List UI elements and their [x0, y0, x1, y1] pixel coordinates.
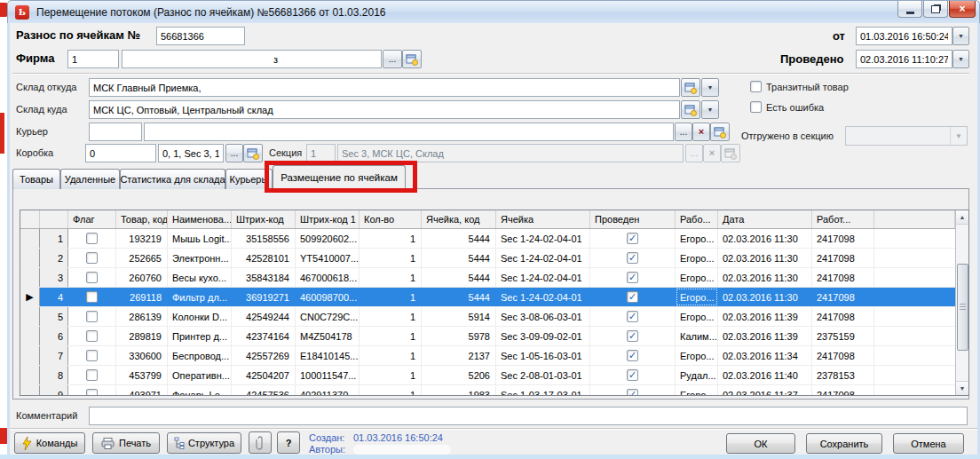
cell-cell[interactable]: Sec 1-03-17-03-01 [496, 385, 590, 395]
cell-barcode[interactable]: 42557269 [232, 346, 296, 365]
cell-worker-id[interactable]: 2417098 [812, 307, 874, 326]
attachments-button[interactable] [249, 431, 272, 454]
cell-qty[interactable]: 1 [360, 346, 422, 365]
cell-cell[interactable]: Sec 3-09-09-02-01 [496, 327, 590, 345]
flag-cell[interactable] [68, 307, 116, 326]
table-row[interactable]: 1 193219 Мышь Logit... 35158556 50992060… [20, 229, 955, 249]
posted-checkbox[interactable] [627, 311, 638, 322]
cell-qty[interactable]: 1 [360, 249, 422, 267]
cell-date[interactable]: 02.03.2016 11:37 [718, 385, 812, 395]
cell-cell-code[interactable]: 5914 [422, 307, 496, 326]
cell-item-code[interactable]: 289819 [116, 327, 168, 345]
cell-item-code[interactable]: 330600 [116, 346, 168, 365]
cell-item-code[interactable]: 286139 [116, 307, 168, 326]
cell-barcode[interactable]: 42528101 [232, 249, 296, 267]
header-date[interactable]: Дата [718, 210, 812, 228]
minimize-button[interactable] [897, 1, 922, 18]
tab-statistika[interactable]: Статистика для склада [120, 169, 225, 189]
cell-cell[interactable]: Sec 1-24-02-04-01 [496, 229, 590, 248]
flag-checkbox[interactable] [86, 350, 98, 361]
cell-cell[interactable]: Sec 3-08-06-03-01 [496, 307, 590, 326]
cell-worker-id[interactable]: 2417098 [812, 229, 874, 248]
warehouse-to-open-button[interactable] [681, 100, 700, 119]
header-worker-id[interactable]: Работ... [812, 210, 874, 228]
cell-barcode1[interactable]: CN0C729C... [296, 307, 360, 326]
cell-item-code[interactable]: 193219 [116, 229, 168, 248]
cell-barcode[interactable]: 35843184 [232, 268, 296, 287]
header-posted[interactable]: Проведен [590, 210, 676, 228]
posted-cell[interactable] [590, 268, 676, 287]
cell-barcode[interactable]: 42457536 [232, 385, 296, 395]
cell-barcode1[interactable]: E18410145... [296, 346, 360, 365]
table-row[interactable]: 7 330600 Беспровод... 42557269 E18410145… [20, 346, 955, 366]
cell-worker[interactable]: Егоро... [676, 249, 718, 267]
scrollbar-thumb[interactable] [957, 264, 968, 351]
header-barcode[interactable]: Штрих-код [232, 210, 296, 228]
cell-barcode1[interactable]: YT5410007... [296, 249, 360, 267]
flag-checkbox[interactable] [86, 272, 98, 283]
warehouse-to-dropdown-button[interactable]: ▼ [701, 100, 719, 119]
cell-barcode1[interactable]: 509920602... [296, 229, 360, 248]
table-row[interactable]: 9 493971 Фонарь Le... 42457536 402911370… [20, 385, 955, 395]
cell-qty[interactable]: 1 [360, 307, 422, 326]
cancel-button[interactable]: Отмена [893, 433, 964, 454]
table-row[interactable]: 6 289819 Принтер д... 42374164 M4Z504178… [20, 327, 955, 346]
help-button[interactable]: ? [277, 431, 300, 454]
cell-worker-id[interactable]: 2378153 [812, 366, 874, 384]
header-cell[interactable]: Ячейка [496, 210, 590, 228]
cell-qty[interactable]: 1 [360, 268, 422, 287]
box-value-input[interactable] [158, 144, 224, 162]
flag-cell[interactable] [68, 346, 116, 365]
posted-checkbox[interactable] [627, 369, 638, 381]
doc-number-input[interactable] [156, 27, 245, 45]
courier-open-button[interactable] [710, 123, 730, 141]
posted-cell[interactable] [590, 249, 676, 267]
tab-udalennye[interactable]: Удаленные [60, 169, 120, 189]
cell-cell-code[interactable]: 5444 [422, 229, 496, 248]
posted-cell[interactable] [590, 327, 676, 345]
cell-barcode1[interactable]: 467000618... [296, 268, 360, 287]
flag-checkbox[interactable] [86, 252, 98, 264]
posted-checkbox[interactable] [627, 272, 638, 283]
header-qty[interactable]: Кол-во [360, 210, 422, 228]
table-row[interactable]: 8 453799 Оперативн... 42504207 100011547… [20, 366, 955, 385]
posted-date-input[interactable] [856, 50, 952, 68]
cell-cell[interactable]: Sec 1-24-02-04-01 [496, 249, 590, 267]
flag-checkbox[interactable] [86, 389, 98, 395]
cell-name[interactable]: Электронн... [168, 249, 232, 267]
posted-checkbox[interactable] [627, 233, 638, 244]
cell-cell-code[interactable]: 5206 [422, 366, 496, 384]
flag-cell[interactable] [68, 229, 116, 248]
window-titlebar[interactable]: Ь Перемещение потоком (Разнос по ячейкам… [7, 0, 980, 23]
restore-button[interactable] [923, 1, 948, 18]
posted-cell[interactable] [590, 229, 676, 248]
table-row[interactable]: 5 286139 Колонки D... 42549244 CN0C729C.… [20, 307, 955, 327]
warehouse-to-input[interactable] [89, 100, 680, 119]
firm-pick-button[interactable]: ... [383, 50, 402, 68]
posted-checkbox[interactable] [627, 330, 638, 342]
firm-name-input[interactable] [122, 50, 382, 68]
cell-cell-code[interactable]: 2137 [422, 346, 496, 365]
posted-cell[interactable] [590, 288, 676, 306]
posted-checkbox[interactable] [627, 350, 638, 361]
courier-code-input[interactable] [89, 123, 142, 141]
cell-cell[interactable]: Sec 1-24-02-04-01 [496, 288, 590, 306]
header-worker[interactable]: Рабо... [676, 210, 718, 228]
cell-barcode[interactable]: 42549244 [232, 307, 296, 326]
courier-clear-button[interactable]: × [692, 123, 710, 141]
cell-qty[interactable]: 1 [360, 288, 422, 306]
cell-worker[interactable]: Калим... [676, 327, 718, 345]
tab-kurery[interactable]: Курьеры [225, 169, 273, 189]
cell-worker[interactable]: Егоро... [676, 385, 718, 395]
cell-date[interactable]: 02.03.2016 11:39 [718, 307, 812, 326]
cell-name[interactable]: Оперативн... [168, 366, 232, 384]
cell-date[interactable]: 02.03.2016 11:40 [718, 366, 812, 384]
posted-cell[interactable] [590, 307, 676, 326]
flag-cell[interactable] [68, 288, 116, 306]
cell-name[interactable]: Колонки D... [168, 307, 232, 326]
cell-worker[interactable]: Егоро... [676, 288, 718, 306]
header-item-code[interactable]: Товар, код/ [116, 210, 168, 228]
cell-name[interactable]: Фонарь Le... [168, 385, 232, 395]
firm-open-button[interactable] [402, 50, 422, 68]
firm-code-input[interactable] [67, 50, 119, 68]
